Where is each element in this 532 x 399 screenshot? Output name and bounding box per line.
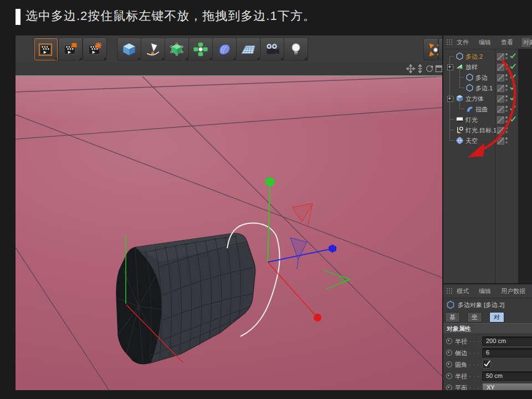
axis-z-handle[interactable]: [329, 244, 336, 253]
visibility-dots[interactable]: [505, 137, 508, 144]
enabled-check-icon[interactable]: [509, 73, 516, 82]
visibility-dots[interactable]: [505, 53, 508, 59]
enabled-check-icon[interactable]: [509, 115, 516, 124]
layer-square[interactable]: [497, 95, 504, 103]
menu-item-2[interactable]: 编辑: [479, 287, 491, 295]
attribute-section-header: 对象属性: [443, 323, 532, 334]
object-row-扭曲[interactable]: 扭曲: [443, 104, 518, 114]
axis-lock-button[interactable]: [423, 38, 438, 60]
object-row-多边.1[interactable]: 多边.1: [443, 83, 518, 93]
menu-item-2[interactable]: 编辑: [479, 38, 491, 47]
menu-item-1[interactable]: 模式: [457, 287, 469, 295]
enabled-check-icon[interactable]: [509, 94, 516, 103]
application-window: 选中多边.2按住鼠标左键不放，拖拽到多边.1下方。: [0, 0, 532, 399]
enabled-check-icon[interactable]: [509, 52, 516, 61]
render-view-button[interactable]: [34, 38, 58, 61]
expand-toggle[interactable]: [447, 96, 453, 102]
attribute-object-row: 多边对象 [多边.2]: [443, 299, 532, 311]
panel-drag-handle-icon[interactable]: [446, 39, 453, 46]
menu-item-3[interactable]: 用户数据: [501, 287, 525, 295]
visibility-dots[interactable]: [505, 74, 508, 80]
panel-drag-handle-icon[interactable]: [446, 288, 453, 295]
deformer-icon: [216, 42, 233, 57]
object-row-放样[interactable]: 放样: [443, 62, 518, 72]
pan-view-icon[interactable]: [406, 64, 415, 73]
object-label: 多边.1: [475, 84, 493, 93]
menu-item-1[interactable]: 文件: [457, 38, 469, 47]
loft-cylinder-object[interactable]: [116, 233, 255, 364]
dolly-view-icon[interactable]: [416, 64, 424, 73]
property-checkbox[interactable]: [482, 360, 491, 369]
layer-square[interactable]: [497, 64, 504, 71]
object-row-立方体[interactable]: 立方体: [443, 93, 518, 104]
object-row-天空[interactable]: 天空: [443, 135, 518, 146]
property-value: 50 cm: [486, 372, 503, 379]
page-title: 选中多边.2按住鼠标左键不放，拖拽到多边.1下方。: [25, 8, 316, 24]
enabled-check-icon[interactable]: [509, 105, 516, 114]
layer-square[interactable]: [497, 137, 504, 145]
enabled-check-icon[interactable]: [509, 84, 516, 93]
object-row-灯光.目标.1[interactable]: 灯光.目标.1: [443, 125, 518, 135]
keyframe-ring-icon[interactable]: [446, 338, 452, 344]
scrollbar-track[interactable]: [518, 49, 532, 283]
object-label: 扭曲: [475, 105, 488, 114]
attribute-manager-menubar: 模式编辑用户数据: [443, 284, 532, 298]
property-label: 半径: [455, 337, 467, 346]
menu-item-4[interactable]: 对象: [523, 38, 532, 47]
layer-square[interactable]: [497, 127, 504, 134]
axis-x-line: [268, 262, 315, 315]
tab-基本[interactable]: 基本: [445, 312, 460, 323]
viewport-3d[interactable]: [16, 76, 442, 390]
ngon-icon: [446, 300, 455, 309]
property-input[interactable]: 50 cm: [482, 371, 532, 381]
property-row-半径: 半径. . . . .200 cm: [443, 335, 532, 347]
property-row-半径: 半径. . . . .50 cm: [443, 370, 532, 382]
keyframe-ring-icon[interactable]: [446, 361, 452, 367]
object-row-多边.2[interactable]: 多边.2: [443, 51, 518, 62]
layer-square[interactable]: [497, 116, 504, 124]
visibility-dots[interactable]: [505, 85, 508, 91]
property-input[interactable]: 200 cm: [482, 336, 532, 346]
visibility-dots[interactable]: [505, 116, 508, 122]
enabled-check-icon[interactable]: [509, 63, 516, 71]
expand-toggle[interactable]: [447, 64, 453, 70]
axis-x-handle[interactable]: [314, 314, 321, 321]
attribute-object-title: 多边对象 [多边.2]: [458, 301, 504, 309]
array-modeling-button[interactable]: [188, 38, 213, 61]
keyframe-ring-icon[interactable]: [446, 350, 452, 356]
sky-object-icon: [456, 136, 464, 147]
floor-environment-button[interactable]: [236, 38, 260, 61]
world-grid: [16, 76, 442, 390]
camera-button[interactable]: [260, 38, 284, 61]
main-toolbar: [16, 35, 442, 63]
keyframe-ring-icon[interactable]: [446, 373, 452, 379]
layer-square[interactable]: [497, 53, 504, 60]
render-region-button[interactable]: [58, 38, 83, 61]
subdivision-surface-button[interactable]: [165, 38, 189, 61]
rotate-view-icon[interactable]: [425, 64, 434, 73]
light-icon: [288, 42, 304, 57]
visibility-dots[interactable]: [505, 64, 508, 70]
panel-divider: [442, 35, 443, 399]
object-label: 天空: [466, 137, 478, 145]
tab-对象[interactable]: 对象: [489, 312, 504, 323]
visibility-dots[interactable]: [505, 106, 508, 112]
light-button[interactable]: [284, 38, 308, 61]
property-input[interactable]: 6: [482, 348, 532, 357]
layer-square[interactable]: [497, 106, 504, 113]
cube-primitive-button[interactable]: [117, 38, 141, 61]
deformer-button[interactable]: [212, 38, 237, 61]
spline-pen-button[interactable]: [141, 38, 165, 61]
viewport-control-bar: [16, 62, 442, 76]
layer-square[interactable]: [497, 85, 504, 92]
render-settings-button[interactable]: [83, 38, 107, 61]
layer-square[interactable]: [497, 74, 504, 81]
window-margin-left: [0, 35, 16, 399]
visibility-dots[interactable]: [505, 127, 508, 133]
object-row-多边[interactable]: 多边: [443, 72, 518, 83]
tab-坐标[interactable]: 坐标: [467, 312, 482, 323]
visibility-dots[interactable]: [505, 95, 508, 101]
object-row-灯光[interactable]: 灯光: [443, 114, 518, 125]
axis-y-handle[interactable]: [265, 177, 274, 187]
menu-item-3[interactable]: 查看: [501, 38, 513, 47]
